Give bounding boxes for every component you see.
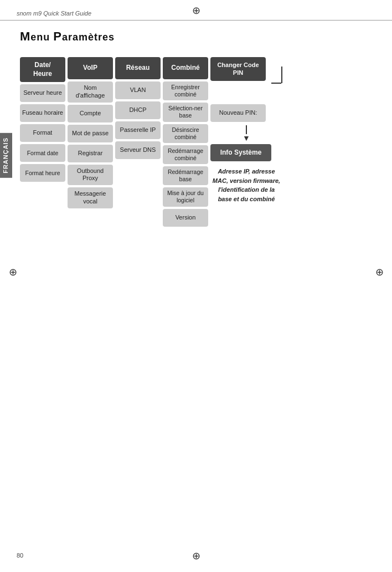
menu-sub-registrar[interactable]: Registrar — [68, 145, 113, 162]
menu-top-voip[interactable]: VoIP — [68, 57, 113, 79]
menu-sub-serveur-dns[interactable]: Serveur DNS — [115, 141, 161, 159]
language-sidebar: FRANÇAIS — [0, 133, 12, 178]
connector-area — [210, 83, 282, 100]
menu-sub-mot-de-passe[interactable]: Mot de passe — [68, 125, 113, 142]
compass-top-icon: ⊕ — [190, 4, 202, 17]
info-systeme-description: Adresse IP, adresse MAC, version firmwar… — [210, 167, 282, 203]
menu-sub-format[interactable]: Format — [20, 124, 65, 142]
menu-sub-nouveau-pin[interactable]: Nouveau PIN: — [210, 104, 266, 122]
compass-bottom-icon: ⊕ — [190, 550, 202, 562]
main-content: Menu Paramètres Date/Heure Serveur heure… — [0, 29, 392, 227]
col-combine: Combiné Enregistrer combiné Sélection-ne… — [163, 57, 208, 227]
menu-sub-vlan[interactable]: VLAN — [115, 81, 161, 99]
menu-sub-desinscire-combine[interactable]: Désinscire combiné — [163, 124, 208, 143]
menu-sub-messagerie-vocal[interactable]: Messagerie vocal — [68, 187, 113, 208]
vert-connector — [281, 67, 282, 83]
menu-sub-redemarrage-base[interactable]: Redémarrage base — [163, 166, 208, 185]
horiz-connector — [271, 83, 281, 84]
menu-sub-outbound-proxy[interactable]: Outbound Proxy — [68, 165, 113, 186]
col-changer-code-pin: Changer Code PIN Nouveau PIN: ▼ Info Sys… — [210, 57, 282, 203]
menu-diagram: Date/Heure Serveur heure Fuseau horaire … — [20, 57, 375, 227]
menu-sub-dhcp[interactable]: DHCP — [115, 101, 161, 119]
menu-sub-fuseau-horaire[interactable]: Fuseau horaire — [20, 104, 65, 122]
menu-sub-enregistrer-combine[interactable]: Enregistrer combiné — [163, 81, 208, 100]
menu-sub-serveur-heure[interactable]: Serveur heure — [20, 84, 65, 102]
menu-sub-nom-affichage[interactable]: Nom d'affichage — [68, 81, 113, 103]
menu-sub-format-heure[interactable]: Format heure — [20, 164, 65, 182]
compass-left-icon: ⊕ — [7, 266, 19, 278]
arrow-vert-line — [246, 125, 247, 134]
info-systeme-box[interactable]: Info Système — [210, 144, 271, 162]
arrow-down-container: ▼ — [210, 125, 282, 142]
menu-sub-redemarrage-combine[interactable]: Redémarrage combiné — [163, 145, 208, 164]
menu-sub-passerelle-ip[interactable]: Passerelle IP — [115, 121, 161, 139]
col-voip: VoIP Nom d'affichage Compte Mot de passe… — [68, 57, 113, 208]
col-date-heure: Date/Heure Serveur heure Fuseau horaire … — [20, 57, 65, 182]
menu-sub-compte[interactable]: Compte — [68, 105, 113, 122]
menu-sub-version[interactable]: Version — [163, 209, 208, 227]
menu-top-changer-code-pin[interactable]: Changer Code PIN — [210, 57, 266, 81]
menu-top-date-heure[interactable]: Date/Heure — [20, 57, 65, 82]
menu-top-reseau[interactable]: Réseau — [115, 57, 161, 79]
page-number: 80 — [17, 552, 23, 559]
arrow-down-icon: ▼ — [243, 134, 250, 142]
menu-sub-selection-ner-base[interactable]: Sélection-ner base — [163, 103, 208, 121]
menu-sub-mise-a-jour[interactable]: Mise à jour du logiciel — [163, 187, 208, 206]
page-title: Menu Paramètres — [20, 29, 375, 44]
menu-top-combine[interactable]: Combiné — [163, 57, 208, 79]
menu-sub-format-date[interactable]: Format date — [20, 144, 65, 162]
compass-right-icon: ⊕ — [373, 266, 385, 278]
col-reseau: Réseau VLAN DHCP Passerelle IP Serveur D… — [115, 57, 161, 159]
